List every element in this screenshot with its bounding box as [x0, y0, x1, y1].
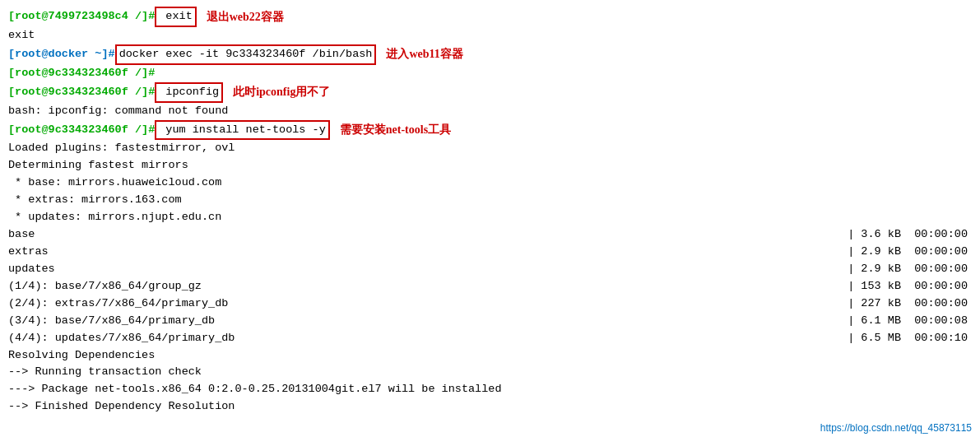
4-4-size: | 6.5 MB 00:00:10	[848, 330, 972, 347]
prompt-9c-ipconfig: [root@9c334323460f /]#	[8, 84, 155, 101]
prompt-9c-empty: [root@9c334323460f /]#	[8, 65, 155, 82]
resolving-text: Resolving Dependencies	[8, 347, 155, 365]
2-4-size: | 227 kB 00:00:00	[848, 295, 972, 313]
line-package-install: ---> Package net-tools.x86_64 0:2.0-0.25…	[8, 381, 972, 398]
line-exit-output: exit	[8, 27, 972, 44]
prompt-docker: [root@docker ~]#	[8, 46, 115, 63]
line-base-dl: base | 3.6 kB 00:00:00	[8, 226, 972, 244]
annotation-yum: 需要安装net-tools工具	[340, 121, 451, 139]
determining-text: Determining fastest mirrors	[8, 157, 188, 174]
cmd-not-found-text: bash: ipconfig: command not found	[8, 103, 228, 120]
line-docker-exec: [root@docker ~]# docker exec -it 9c33432…	[8, 44, 972, 65]
line-updates-dl: updates | 2.9 kB 00:00:00	[8, 261, 972, 278]
annotation-ipconfig: 此时ipconfig用不了	[233, 83, 330, 101]
line-cmd-not-found: bash: ipconfig: command not found	[8, 103, 972, 120]
1-4-size: | 153 kB 00:00:00	[848, 278, 972, 295]
line-4-4: (4/4): updates/7/x86_64/primary_db | 6.5…	[8, 330, 972, 347]
extras-mirror-text: * extras: mirrors.163.com	[8, 192, 182, 209]
4-4-text: (4/4): updates/7/x86_64/primary_db	[8, 330, 848, 347]
prompt-9c-yum: [root@9c334323460f /]#	[8, 122, 155, 139]
updates-dl-size: | 2.9 kB 00:00:00	[848, 261, 972, 278]
line-2-4: (2/4): extras/7/x86_64/primary_db | 227 …	[8, 295, 972, 313]
line-base-mirror: * base: mirrors.huaweicloud.com	[8, 174, 972, 192]
finished-dep-text: --> Finished Dependency Resolution	[8, 398, 235, 416]
annotation-exit: 退出web22容器	[207, 8, 284, 26]
line-resolving: Resolving Dependencies	[8, 347, 972, 365]
docker-exec-command-box: docker exec -it 9c334323460f /bin/bash	[115, 44, 377, 65]
line-determining: Determining fastest mirrors	[8, 157, 972, 174]
line-running-check: --> Running transaction check	[8, 364, 972, 381]
yum-command-box: yum install net-tools -y	[155, 120, 330, 141]
base-dl-text: base	[8, 226, 848, 244]
exit-output: exit	[8, 27, 35, 44]
line-exit-container: [root@7499723498c4 /]# exit 退出web22容器	[8, 7, 972, 27]
line-extras-dl: extras | 2.9 kB 00:00:00	[8, 244, 972, 261]
line-3-4: (3/4): base/7/x86_64/primary_db | 6.1 MB…	[8, 313, 972, 330]
extras-dl-size: | 2.9 kB 00:00:00	[848, 244, 972, 261]
1-4-text: (1/4): base/7/x86_64/group_gz	[8, 278, 848, 295]
line-empty-prompt: [root@9c334323460f /]#	[8, 65, 972, 82]
line-finished-dep: --> Finished Dependency Resolution	[8, 398, 972, 416]
annotation-docker-exec: 进入web11容器	[386, 45, 462, 63]
line-loaded-plugins: Loaded plugins: fastestmirror, ovl	[8, 140, 972, 157]
loaded-plugins-text: Loaded plugins: fastestmirror, ovl	[8, 140, 235, 157]
3-4-text: (3/4): base/7/x86_64/primary_db	[8, 313, 848, 330]
3-4-size: | 6.1 MB 00:00:08	[848, 313, 972, 330]
2-4-text: (2/4): extras/7/x86_64/primary_db	[8, 295, 848, 313]
extras-dl-text: extras	[8, 244, 848, 261]
package-install-text: ---> Package net-tools.x86_64 0:2.0-0.25…	[8, 381, 502, 398]
line-ipconfig: [root@9c334323460f /]# ipconfig 此时ipconf…	[8, 82, 972, 103]
ipconfig-command-box: ipconfig	[155, 82, 223, 103]
footer-link: https://blog.csdn.net/qq_45873115	[820, 422, 972, 434]
terminal-container: [root@7499723498c4 /]# exit 退出web22容器 ex…	[0, 0, 980, 437]
line-updates-mirror: * updates: mirrors.njupt.edu.cn	[8, 209, 972, 226]
prompt-1: [root@7499723498c4 /]#	[8, 8, 155, 26]
base-mirror-text: * base: mirrors.huaweicloud.com	[8, 174, 221, 192]
updates-dl-text: updates	[8, 261, 848, 278]
exit-command-box: exit	[155, 7, 197, 27]
line-yum-install: [root@9c334323460f /]# yum install net-t…	[8, 120, 972, 141]
running-check-text: --> Running transaction check	[8, 364, 202, 381]
base-dl-size: | 3.6 kB 00:00:00	[848, 226, 972, 244]
line-extras-mirror: * extras: mirrors.163.com	[8, 192, 972, 209]
updates-mirror-text: * updates: mirrors.njupt.edu.cn	[8, 209, 221, 226]
line-1-4: (1/4): base/7/x86_64/group_gz | 153 kB 0…	[8, 278, 972, 295]
